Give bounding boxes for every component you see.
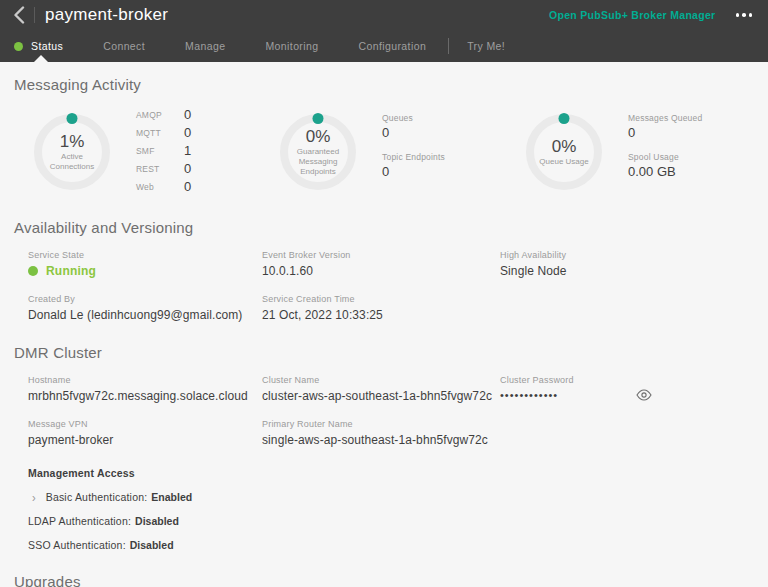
dmr-cluster-section: DMR Cluster Hostname mrbhn5fvgw72c.messa… <box>14 344 754 551</box>
queues-label: Queues <box>382 113 445 123</box>
service-creation-time-value: 21 Oct, 2022 10:33:25 <box>262 308 500 322</box>
tab-try-me-label: Try Me! <box>467 40 505 52</box>
protocol-stat-row: Web 0 <box>136 179 191 194</box>
guaranteed-messaging-label: Guaranteed Messaging Endpoints <box>289 147 347 177</box>
tab-monitoring-label: Monitoring <box>265 40 318 52</box>
tab-connect-label: Connect <box>103 40 145 52</box>
service-state-label: Service State <box>28 250 262 260</box>
message-vpn-value: payment-broker <box>28 433 262 447</box>
created-by-field: Created By Donald Le (ledinhcuong99@gmai… <box>28 294 262 322</box>
tab-status[interactable]: Status <box>14 40 63 52</box>
tab-monitoring[interactable]: Monitoring <box>265 40 318 52</box>
queue-usage-percent: 0% <box>552 138 577 155</box>
event-broker-version-value: 10.0.1.60 <box>262 264 500 278</box>
high-availability-field: High Availability Single Node <box>500 250 754 278</box>
guaranteed-messaging-gauge-card: 0% Guaranteed Messaging Endpoints Queues… <box>262 107 508 197</box>
primary-router-name-field: Primary Router Name single-aws-ap-southe… <box>262 419 500 447</box>
messaging-activity-title: Messaging Activity <box>14 76 754 93</box>
active-connections-gauge-card: 1% Active Connections AMQP 0 MQTT 0 SMF … <box>14 107 262 197</box>
kebab-menu-icon[interactable] <box>734 9 755 21</box>
cluster-name-label: Cluster Name <box>262 375 500 385</box>
hostname-value: mrbhn5fvgw72c.messaging.solace.cloud <box>28 389 262 403</box>
gauge-dot-icon <box>313 113 324 124</box>
primary-router-name-value: single-aws-ap-southeast-1a-bhn5fvgw72c <box>262 433 500 447</box>
running-green-dot-icon <box>28 266 38 276</box>
sso-authentication-row: SSO Authentication: Disabled <box>28 539 754 551</box>
nav-divider <box>448 38 449 54</box>
tab-navigation: Status Connect Manage Monitoring Configu… <box>0 30 768 62</box>
messages-queued-value: 0 <box>628 125 702 140</box>
dmr-cluster-title: DMR Cluster <box>14 344 754 361</box>
upgrades-title: Upgrades <box>14 573 754 587</box>
basic-authentication-row: › Basic Authentication: Enabled <box>28 491 754 503</box>
message-vpn-label: Message VPN <box>28 419 262 429</box>
protocol-label: SMF <box>136 146 168 156</box>
created-by-label: Created By <box>28 294 262 304</box>
back-button[interactable] <box>8 4 30 26</box>
tab-manage[interactable]: Manage <box>185 40 225 52</box>
queue-usage-label: Queue Usage <box>539 157 588 167</box>
protocol-stats-list: AMQP 0 MQTT 0 SMF 1 REST 0 Web 0 <box>136 107 191 197</box>
hostname-field: Hostname mrbhn5fvgw72c.messaging.solace.… <box>28 375 262 403</box>
guaranteed-messaging-percent: 0% <box>306 128 331 145</box>
title-divider <box>34 7 35 23</box>
service-creation-time-label: Service Creation Time <box>262 294 500 304</box>
open-broker-manager-link[interactable]: Open PubSub+ Broker Manager <box>549 9 716 21</box>
tab-connect[interactable]: Connect <box>103 40 145 52</box>
tab-configuration-label: Configuration <box>358 40 426 52</box>
protocol-value: 1 <box>184 143 191 158</box>
hostname-label: Hostname <box>28 375 262 385</box>
tab-manage-label: Manage <box>185 40 225 52</box>
protocol-value: 0 <box>184 161 191 176</box>
availability-grid: Service State Running Event Broker Versi… <box>28 250 754 322</box>
queues-stat: Queues 0 <box>382 113 445 140</box>
active-connections-gauge: 1% Active Connections <box>34 114 110 190</box>
show-password-button[interactable] <box>636 389 652 401</box>
protocol-stat-row: MQTT 0 <box>136 125 191 140</box>
cluster-password-value: •••••••••••• <box>500 389 558 401</box>
management-access-block: Management Access › Basic Authentication… <box>28 467 754 551</box>
topic-endpoints-stat: Topic Endpoints 0 <box>382 152 445 179</box>
protocol-stat-row: SMF 1 <box>136 143 191 158</box>
basic-authentication-label: Basic Authentication: <box>46 491 148 503</box>
protocol-value: 0 <box>184 179 191 194</box>
guaranteed-messaging-gauge: 0% Guaranteed Messaging Endpoints <box>280 114 356 190</box>
topic-endpoints-value: 0 <box>382 164 445 179</box>
high-availability-label: High Availability <box>500 250 754 260</box>
ldap-authentication-row: LDAP Authentication: Disabled <box>28 515 754 527</box>
sso-authentication-value: Disabled <box>130 539 174 551</box>
messages-queued-label: Messages Queued <box>628 113 702 123</box>
spool-usage-label: Spool Usage <box>628 152 702 162</box>
queue-stats-list: Messages Queued 0 Spool Usage 0.00 GB <box>628 113 702 191</box>
primary-router-name-label: Primary Router Name <box>262 419 500 429</box>
chevron-left-icon <box>13 6 25 24</box>
active-connections-label: Active Connections <box>43 152 101 172</box>
ldap-authentication-value: Disabled <box>135 515 179 527</box>
management-access-title: Management Access <box>28 467 754 479</box>
protocol-label: MQTT <box>136 128 168 138</box>
basic-authentication-value: Enabled <box>151 491 192 503</box>
message-vpn-field: Message VPN payment-broker <box>28 419 262 447</box>
created-by-value: Donald Le (ledinhcuong99@gmail.com) <box>28 308 262 322</box>
protocol-label: AMQP <box>136 110 168 120</box>
availability-title: Availability and Versioning <box>14 219 754 236</box>
tab-try-me[interactable]: Try Me! <box>467 40 505 52</box>
high-availability-value: Single Node <box>500 264 754 278</box>
page-title: payment-broker <box>45 5 168 25</box>
status-green-dot-icon <box>14 42 23 51</box>
messages-queued-stat: Messages Queued 0 <box>628 113 702 140</box>
active-tab-notch <box>34 55 48 62</box>
gauge-dot-icon <box>67 113 78 124</box>
tab-status-label: Status <box>31 40 63 52</box>
queue-usage-gauge-card: 0% Queue Usage Messages Queued 0 Spool U… <box>508 107 754 197</box>
service-state-field: Service State Running <box>28 250 262 278</box>
service-creation-time-field: Service Creation Time 21 Oct, 2022 10:33… <box>262 294 500 322</box>
spool-usage-stat: Spool Usage 0.00 GB <box>628 152 702 179</box>
protocol-stat-row: AMQP 0 <box>136 107 191 122</box>
protocol-label: REST <box>136 164 168 174</box>
protocol-stat-row: REST 0 <box>136 161 191 176</box>
chevron-right-icon[interactable]: › <box>32 490 36 504</box>
tab-configuration[interactable]: Configuration <box>358 40 426 52</box>
top-header-bar: payment-broker Open PubSub+ Broker Manag… <box>0 0 768 30</box>
protocol-label: Web <box>136 182 168 192</box>
